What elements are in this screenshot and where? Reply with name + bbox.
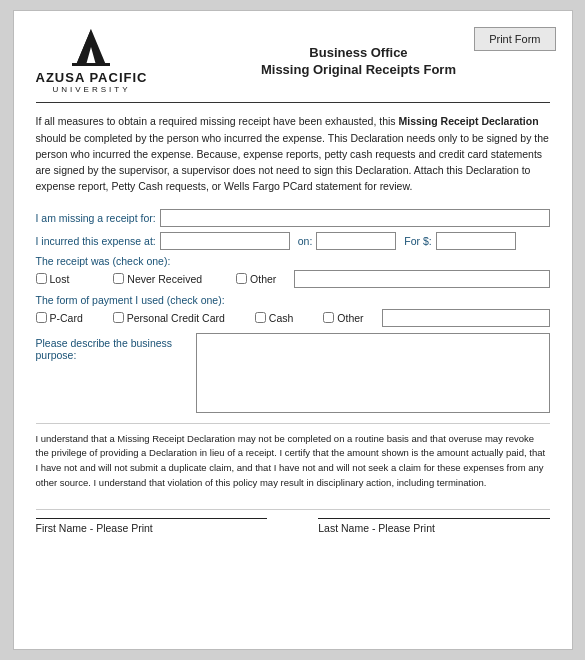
never-received-label[interactable]: Never Received	[127, 273, 202, 285]
other-payment-checkbox-item: Other	[323, 312, 363, 324]
logo-area: AZUSA PACIFIC UNIVERSITY	[36, 27, 148, 94]
header-divider	[36, 102, 550, 103]
missing-receipt-row: I am missing a receipt for:	[36, 209, 550, 227]
personal-credit-checkbox-item: Personal Credit Card	[113, 312, 225, 324]
receipt-check-label: The receipt was (check one):	[36, 255, 550, 267]
lost-checkbox[interactable]	[36, 273, 47, 284]
other-payment-label[interactable]: Other	[337, 312, 363, 324]
cash-checkbox-item: Cash	[255, 312, 294, 324]
signature-area: First Name - Please Print Last Name - Pl…	[36, 518, 550, 534]
payment-check-label: The form of payment I used (check one):	[36, 294, 550, 306]
receipt-checkbox-row: Lost Never Received Other	[36, 270, 550, 288]
intro-paragraph: If all measures to obtain a required mis…	[36, 113, 550, 194]
never-received-checkbox-item: Never Received	[113, 273, 202, 285]
pcard-label[interactable]: P-Card	[50, 312, 83, 324]
lost-label[interactable]: Lost	[50, 273, 70, 285]
incurred-at-input[interactable]	[160, 232, 290, 250]
pcard-checkbox[interactable]	[36, 312, 47, 323]
header: AZUSA PACIFIC UNIVERSITY Business Office…	[36, 27, 550, 94]
logo-university: UNIVERSITY	[52, 85, 130, 94]
on-label: on:	[298, 235, 313, 247]
lost-checkbox-item: Lost	[36, 273, 70, 285]
last-name-label: Last Name - Please Print	[318, 522, 549, 534]
never-received-checkbox[interactable]	[113, 273, 124, 284]
receipt-check-section: The receipt was (check one): Lost Never …	[36, 255, 550, 288]
pcard-checkbox-item: P-Card	[36, 312, 83, 324]
svg-rect-2	[72, 63, 110, 66]
personal-credit-checkbox[interactable]	[113, 312, 124, 323]
purpose-label: Please describe the business purpose:	[36, 333, 196, 361]
last-name-block: Last Name - Please Print	[318, 518, 549, 534]
personal-credit-label[interactable]: Personal Credit Card	[127, 312, 225, 324]
cash-checkbox[interactable]	[255, 312, 266, 323]
first-name-label: First Name - Please Print	[36, 522, 267, 534]
for-label: For $:	[404, 235, 431, 247]
payment-check-section: The form of payment I used (check one): …	[36, 294, 550, 327]
other-receipt-label[interactable]: Other	[250, 273, 276, 285]
incurred-row: I incurred this expense at: on: For $:	[36, 232, 550, 250]
apu-logo-icon	[66, 27, 116, 69]
missing-receipt-input[interactable]	[160, 209, 550, 227]
form-page: Print Form AZUSA PACIFIC UNIVERSITY Busi…	[13, 10, 573, 650]
incurred-label: I incurred this expense at:	[36, 235, 156, 247]
mid-divider	[36, 423, 550, 424]
first-name-block: First Name - Please Print	[36, 518, 267, 534]
bottom-divider	[36, 509, 550, 510]
other-receipt-checkbox-item: Other	[236, 273, 276, 285]
other-payment-input[interactable]	[382, 309, 550, 327]
intro-bold-text: Missing Receipt Declaration	[399, 115, 539, 127]
cash-label[interactable]: Cash	[269, 312, 294, 324]
svg-marker-1	[76, 29, 91, 65]
payment-checkbox-row: P-Card Personal Credit Card Cash Other	[36, 309, 550, 327]
bottom-paragraph: I understand that a Missing Receipt Decl…	[36, 432, 550, 491]
last-name-line	[318, 518, 549, 519]
for-amount-input[interactable]	[436, 232, 516, 250]
other-receipt-checkbox[interactable]	[236, 273, 247, 284]
first-name-line	[36, 518, 267, 519]
other-receipt-input[interactable]	[294, 270, 549, 288]
print-button[interactable]: Print Form	[474, 27, 555, 51]
form-title: Missing Original Receipts Form	[167, 62, 549, 77]
intro-text-before: If all measures to obtain a required mis…	[36, 115, 399, 127]
intro-text-after: should be completed by the person who in…	[36, 132, 549, 193]
purpose-section: Please describe the business purpose:	[36, 333, 550, 413]
on-date-input[interactable]	[316, 232, 396, 250]
purpose-textarea[interactable]	[196, 333, 550, 413]
other-payment-checkbox[interactable]	[323, 312, 334, 323]
logo-name: AZUSA PACIFIC	[36, 71, 148, 85]
missing-receipt-label: I am missing a receipt for:	[36, 212, 156, 224]
